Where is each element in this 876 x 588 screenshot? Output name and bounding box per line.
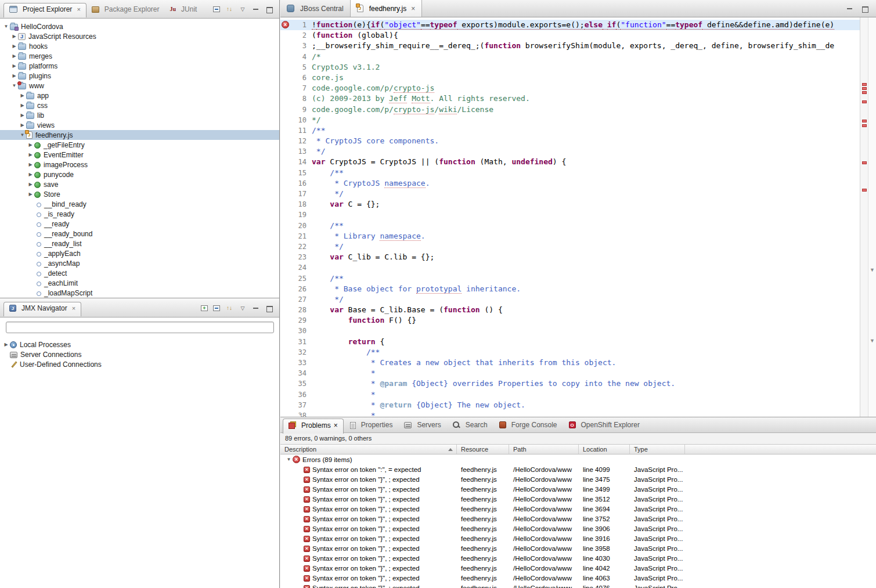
error-mark-icon[interactable] xyxy=(862,124,867,127)
code-line[interactable]: 5CryptoJS v3.1.2 xyxy=(280,62,860,73)
tree-item-_loadMapScript[interactable]: _loadMapScript xyxy=(0,288,279,298)
editor-tab-feedhenry.js[interactable]: feedhenry.js× xyxy=(351,0,423,17)
code-line[interactable]: 21 * Library namespace. xyxy=(280,231,860,241)
jmx-filter-input[interactable] xyxy=(6,322,274,333)
tree-item-_is_ready[interactable]: _is_ready xyxy=(0,209,279,219)
tree-item-merges[interactable]: ▶merges xyxy=(0,51,279,61)
code-line[interactable]: 12 * CryptoJS core components. xyxy=(280,136,860,146)
close-icon[interactable]: × xyxy=(72,305,75,312)
collapse-arrow-icon[interactable]: ▼ xyxy=(10,83,18,88)
expand-arrow-icon[interactable]: ▶ xyxy=(27,192,34,197)
tree-item-css[interactable]: ▶css xyxy=(0,100,279,110)
column-header-path[interactable]: Path xyxy=(509,445,579,454)
tree-item-plugins[interactable]: ▶plugins xyxy=(0,71,279,81)
code-line[interactable]: 38 * xyxy=(280,410,860,417)
problem-row[interactable]: Syntax error on token "}", ; expectedfee… xyxy=(280,543,876,553)
problems-tab-OpenShift Explorer[interactable]: OOpenShift Explorer xyxy=(564,419,645,431)
close-icon[interactable]: × xyxy=(334,421,338,430)
code-line[interactable]: 13 */ xyxy=(280,146,860,157)
tab-package-explorer[interactable]: Package Explorer xyxy=(86,3,165,15)
expand-arrow-icon[interactable]: ▶ xyxy=(10,73,18,78)
problem-row[interactable]: Syntax error on token "}", ; expectedfee… xyxy=(280,504,876,514)
code-line[interactable]: 11/** xyxy=(280,125,860,136)
tab-jmx-navigator[interactable]: J JMX Navigator × xyxy=(3,302,81,316)
code-line[interactable]: 22 */ xyxy=(280,241,860,252)
minimize-icon[interactable] xyxy=(846,5,854,12)
view-menu-icon[interactable]: ▽ xyxy=(239,305,247,312)
code-line[interactable]: 1!function(e){if("object"==typeof export… xyxy=(280,20,860,30)
code-line[interactable]: 23 var C_lib = C.lib = {}; xyxy=(280,252,860,262)
problem-row[interactable]: Syntax error on token "}", ; expectedfee… xyxy=(280,484,876,494)
expand-arrow-icon[interactable]: ▶ xyxy=(27,142,34,147)
expand-arrow-icon[interactable]: ▶ xyxy=(10,34,18,39)
tree-item-Local Processes[interactable]: ▶Local Processes xyxy=(0,340,279,349)
column-header-location[interactable]: Location xyxy=(579,445,630,454)
tree-item-platforms[interactable]: ▶platforms xyxy=(0,61,279,71)
tree-item-User-Defined Connections[interactable]: User-Defined Connections xyxy=(0,359,279,369)
tree-item-__ready_list[interactable]: __ready_list xyxy=(0,239,279,248)
code-editor[interactable]: 1!function(e){if("object"==typeof export… xyxy=(280,17,876,417)
tree-item-lib[interactable]: ▶lib xyxy=(0,110,279,120)
tab-project-explorer[interactable]: Project Explorer × xyxy=(3,3,86,17)
code-line[interactable]: 29 function F() {} xyxy=(280,315,860,326)
tree-item-views[interactable]: ▶views xyxy=(0,120,279,130)
minimize-icon[interactable] xyxy=(252,305,260,312)
code-line[interactable]: 24 xyxy=(280,262,860,273)
expand-arrow-icon[interactable]: ▶ xyxy=(19,93,26,98)
collapse-all-icon[interactable] xyxy=(213,305,220,311)
tree-item-imageProcess[interactable]: ▶imageProcess xyxy=(0,160,279,169)
problem-row[interactable]: Syntax error on token "}", ; expectedfee… xyxy=(280,583,876,588)
expand-arrow-icon[interactable]: ▶ xyxy=(27,172,34,177)
scroll-down-icon[interactable]: ▼ xyxy=(870,267,875,273)
problem-row[interactable]: Syntax error on token "}", ; expectedfee… xyxy=(280,514,876,524)
code-line[interactable]: 20 /** xyxy=(280,221,860,231)
problem-row[interactable]: Syntax error on token "}", ; expectedfee… xyxy=(280,494,876,504)
error-mark-icon[interactable] xyxy=(862,87,867,90)
tree-item-__ready_bound[interactable]: __ready_bound xyxy=(0,229,279,239)
code-line[interactable]: 2(function (global){ xyxy=(280,30,860,41)
expand-arrow-icon[interactable]: ▶ xyxy=(10,44,18,49)
problems-group-row[interactable]: ▼ Errors (89 items) xyxy=(280,454,876,464)
code-line[interactable]: 15 /** xyxy=(280,168,860,178)
close-icon[interactable]: × xyxy=(77,6,80,13)
problems-tab-Search[interactable]: Search xyxy=(448,419,493,431)
error-mark-icon[interactable] xyxy=(862,83,867,86)
maximize-icon[interactable] xyxy=(265,305,273,312)
editor-tab-JBoss Central[interactable]: JBoss Central xyxy=(280,0,351,17)
problems-tab-Servers[interactable]: Servers xyxy=(399,419,446,431)
new-connection-icon[interactable]: + xyxy=(201,305,208,311)
view-menu-icon[interactable]: ▽ xyxy=(239,6,247,13)
expand-arrow-icon[interactable]: ▶ xyxy=(19,122,26,128)
close-icon[interactable]: × xyxy=(411,5,415,13)
problems-tab-Forge Console[interactable]: Forge Console xyxy=(494,419,563,431)
maximize-icon[interactable] xyxy=(265,6,273,13)
editor-scrollbar[interactable]: ▼ ▼ xyxy=(868,17,876,417)
tree-item-hooks[interactable]: ▶hooks xyxy=(0,41,279,51)
tree-item-save[interactable]: ▶save xyxy=(0,179,279,189)
expand-arrow-icon[interactable]: ▶ xyxy=(27,162,34,167)
column-header-resource[interactable]: Resource xyxy=(457,445,509,454)
tree-item-www[interactable]: ▼www xyxy=(0,81,279,91)
expand-arrow-icon[interactable]: ▶ xyxy=(2,342,10,347)
code-line[interactable]: 26 * Base object for prototypal inherita… xyxy=(280,284,860,294)
expand-arrow-icon[interactable]: ▶ xyxy=(10,63,18,68)
link-with-editor-icon[interactable]: ↑↓ xyxy=(225,305,233,312)
code-line[interactable]: 7code.google.com/p/crypto-js xyxy=(280,83,860,93)
code-line[interactable]: 9code.google.com/p/crypto-js/wiki/Licens… xyxy=(280,104,860,115)
tab-junit[interactable]: Ju JUnit xyxy=(165,3,203,15)
code-line[interactable]: 30 xyxy=(280,326,860,336)
error-mark-icon[interactable] xyxy=(862,120,867,122)
error-mark-icon[interactable] xyxy=(862,161,867,164)
code-line[interactable]: 19 xyxy=(280,210,860,220)
code-line[interactable]: 6core.js xyxy=(280,73,860,83)
code-line[interactable]: 33 * Creates a new object that inherits … xyxy=(280,358,860,368)
column-header-description[interactable]: Description xyxy=(280,445,457,454)
code-line[interactable]: 8(c) 2009-2013 by Jeff Mott. All rights … xyxy=(280,93,860,104)
tree-item-Server Connections[interactable]: Server Connections xyxy=(0,349,279,359)
collapse-arrow-icon[interactable]: ▼ xyxy=(2,24,10,29)
link-with-editor-icon[interactable]: ↑↓ xyxy=(225,6,233,13)
tree-item-Store[interactable]: ▶Store xyxy=(0,189,279,199)
problem-row[interactable]: Syntax error on token "}", ; expectedfee… xyxy=(280,563,876,573)
tree-item-_asyncMap[interactable]: _asyncMap xyxy=(0,258,279,268)
code-line[interactable]: 37 * @return {Object} The new object. xyxy=(280,400,860,410)
